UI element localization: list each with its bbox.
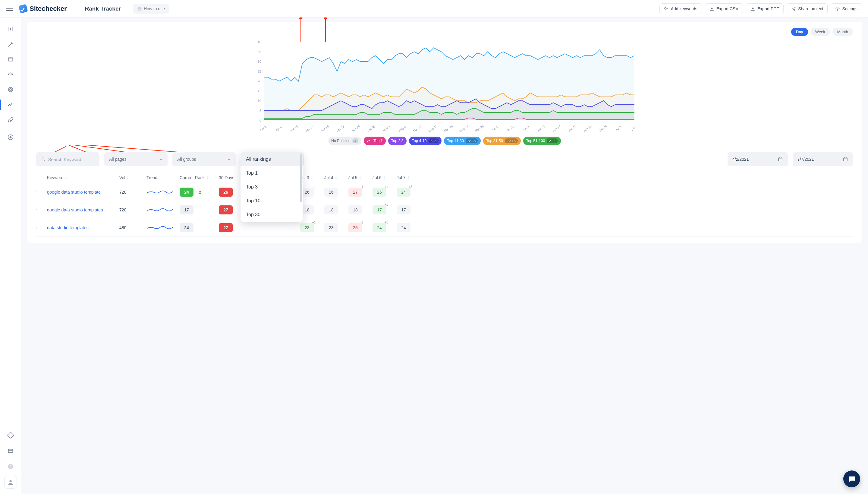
rankings-filter[interactable]: All rankings All rankingsTop 1Top 3Top 1…	[240, 152, 304, 166]
export-csv-button[interactable]: Export CSV	[705, 3, 743, 14]
col-jul7[interactable]: Jul 7	[397, 175, 421, 180]
svg-point-58	[42, 158, 44, 160]
legend-pill[interactable]: Top 31-5012 +5	[483, 137, 521, 145]
export-csv-label: Export CSV	[716, 6, 738, 11]
how-to-use-button[interactable]: ? How to use	[133, 4, 169, 14]
day-cell: 17	[397, 205, 421, 214]
col-jul5[interactable]: Jul 5	[349, 175, 373, 180]
menu-icon[interactable]	[6, 7, 13, 11]
topbar: Sitechecker Rank Tracker ? How to use Ad…	[0, 0, 868, 18]
logo-icon	[18, 4, 28, 14]
svg-rect-10	[7, 432, 14, 438]
rankings-option[interactable]: Top 1	[240, 166, 302, 180]
date-start-picker[interactable]: 4/2/2021	[728, 152, 788, 166]
legend-pill[interactable]: Top 1	[364, 137, 386, 145]
sidebar-item-add[interactable]	[4, 131, 17, 144]
day-cell: +224	[397, 188, 421, 197]
legend-pill[interactable]: Top 2,3	[388, 137, 407, 145]
sidebar: ?	[0, 18, 21, 494]
main-content: Day Week Month 0510152025303540Apr 2Apr …	[21, 18, 868, 494]
day-cell: +126	[373, 188, 397, 197]
chat-fab[interactable]	[843, 471, 860, 487]
row-expand[interactable]: ›	[36, 208, 47, 212]
svg-text:Apr 26: Apr 26	[351, 125, 360, 132]
svg-text:?: ?	[139, 7, 140, 10]
rankings-option[interactable]: Top 30	[240, 208, 302, 222]
sidebar-item-billing[interactable]	[4, 444, 17, 457]
dropdown-scrollbar[interactable]	[300, 154, 302, 202]
sidebar-item-target[interactable]	[4, 83, 17, 96]
groups-filter[interactable]: All groups	[172, 152, 236, 166]
col-keyword[interactable]: Keyword	[47, 175, 119, 180]
svg-text:Apr 10: Apr 10	[289, 125, 299, 132]
rank-trend-chart[interactable]: 0510152025303540Apr 2Apr 6Apr 10Apr 14Ap…	[36, 39, 853, 132]
row-expand[interactable]: ›	[36, 225, 47, 230]
keyword-link[interactable]: google data studio template	[47, 190, 119, 194]
table-header: Keyword Vol Trend Current Rank 30 Days J…	[36, 172, 853, 183]
svg-text:Jun 9: Jun 9	[522, 125, 530, 132]
granularity-month[interactable]: Month	[832, 28, 853, 36]
col-jul6[interactable]: Jul 6	[373, 175, 397, 180]
pages-filter[interactable]: All pages	[104, 152, 167, 166]
date-end-picker[interactable]: 7/7/2021	[793, 152, 853, 166]
granularity-week[interactable]: Week	[810, 28, 830, 36]
keyword-link[interactable]: google data studio templates	[47, 208, 119, 212]
pages-filter-label: All pages	[109, 157, 126, 162]
download-icon	[750, 6, 755, 11]
legend-pill[interactable]: No Position4	[328, 137, 361, 145]
day-cell: +117	[373, 205, 397, 214]
keywords-table: Keyword Vol Trend Current Rank 30 Days J…	[36, 172, 853, 237]
svg-text:Apr 14: Apr 14	[305, 125, 314, 132]
col-jul3[interactable]: Jul 3	[300, 175, 324, 180]
trend-cell	[146, 224, 180, 232]
sidebar-item-help[interactable]: ?	[4, 460, 17, 473]
settings-button[interactable]: Settings	[831, 3, 862, 14]
calendar-icon	[777, 156, 783, 162]
page-title: Rank Tracker	[85, 5, 121, 12]
search-keyword-field[interactable]	[48, 157, 95, 162]
svg-text:May 8: May 8	[398, 125, 407, 132]
col-vol[interactable]: Vol	[119, 175, 146, 180]
vol-cell: 480	[119, 225, 146, 230]
sidebar-item-magic[interactable]	[4, 38, 17, 51]
date-end-value: 7/7/2021	[797, 157, 814, 162]
vol-cell: 720	[119, 208, 146, 212]
legend-pill[interactable]: Top 4-105 -3	[409, 137, 441, 145]
share-project-button[interactable]: Share project	[787, 3, 828, 14]
trend-cell	[146, 189, 180, 196]
chat-icon	[848, 475, 856, 483]
rankings-option[interactable]: Top 3	[240, 180, 302, 194]
sidebar-item-links[interactable]	[4, 113, 17, 126]
day-cell: -126	[300, 188, 324, 197]
legend-pill[interactable]: Top 51-1002 +1	[523, 137, 561, 145]
user-avatar[interactable]	[4, 476, 17, 489]
granularity-day[interactable]: Day	[791, 28, 808, 36]
search-keyword-input[interactable]	[36, 152, 99, 166]
col-trend: Trend	[146, 175, 180, 180]
brand-logo[interactable]: Sitechecker	[19, 5, 67, 13]
rankings-option[interactable]: Top 10	[240, 194, 302, 208]
row-expand[interactable]: ›	[36, 190, 47, 194]
keyword-link[interactable]: data studio templates	[47, 225, 119, 230]
svg-text:?: ?	[9, 465, 12, 469]
share-project-label: Share project	[798, 6, 823, 11]
svg-text:Apr 30: Apr 30	[367, 125, 376, 132]
export-pdf-button[interactable]: Export PDF	[746, 3, 784, 14]
svg-text:35: 35	[258, 50, 261, 54]
add-keywords-button[interactable]: Add keywords	[659, 3, 702, 14]
svg-text:Jun 17: Jun 17	[552, 125, 561, 132]
brand-name: Sitechecker	[29, 5, 67, 13]
sidebar-item-speed[interactable]	[4, 68, 17, 81]
col-jul4[interactable]: Jul 4	[324, 175, 349, 180]
legend-pill[interactable]: Top 11-3033 -3	[444, 137, 481, 145]
sidebar-item-crawl[interactable]	[4, 23, 17, 36]
rankings-option[interactable]: All rankings	[240, 152, 302, 166]
svg-rect-6	[8, 58, 13, 61]
calendar-icon	[843, 156, 848, 162]
sidebar-item-rank-tracker[interactable]	[4, 98, 17, 111]
svg-marker-16	[299, 18, 302, 19]
sidebar-item-directions[interactable]	[4, 429, 17, 441]
col-current-rank[interactable]: Current Rank	[180, 175, 219, 180]
sidebar-item-table[interactable]	[4, 53, 17, 66]
svg-text:Jul 3: Jul 3	[615, 125, 622, 132]
